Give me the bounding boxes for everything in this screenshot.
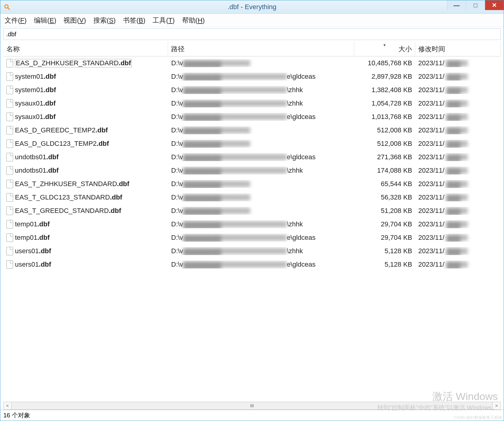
cell-name: EAS_T_GREEDC_STANDARD.dbf <box>3 207 168 215</box>
status-text: 16 个对象 <box>3 411 30 419</box>
cell-size: 56,328 KB <box>354 193 415 201</box>
cell-size: 29,704 KB <box>354 234 415 242</box>
cell-path: D:\v████████e\gldceas <box>168 261 354 268</box>
file-icon <box>6 113 13 121</box>
cell-date: 2023/11/███ <box>415 207 501 215</box>
file-icon <box>6 99 13 108</box>
column-header-date[interactable]: 修改时间 <box>415 42 501 56</box>
file-icon <box>6 220 13 228</box>
table-row[interactable]: undotbs01.dbfD:\v████████\zhhk174,088 KB… <box>3 164 501 177</box>
column-header-name[interactable]: 名称 <box>3 42 168 56</box>
cell-date: 2023/11/███ <box>415 140 501 148</box>
cell-size: 5,128 KB <box>354 261 415 268</box>
cell-date: 2023/11/███ <box>415 247 501 255</box>
file-icon <box>6 207 13 215</box>
cell-name: EAS_D_GLDC123_TEMP2.dbf <box>3 139 168 148</box>
file-icon <box>6 153 13 161</box>
column-header-path[interactable]: 路径 <box>168 42 354 56</box>
titlebar: .dbf - Everything — □ ✕ <box>0 0 504 14</box>
minimize-button[interactable]: — <box>447 0 466 10</box>
cell-date: 2023/11/███ <box>415 99 501 107</box>
table-row[interactable]: EAS_T_GLDC123_STANDARD.dbfD:\v████████56… <box>3 191 501 204</box>
cell-date: 2023/11/███ <box>415 153 501 161</box>
cell-size: 51,208 KB <box>354 207 415 215</box>
cell-size: 10,485,768 KB <box>354 59 415 67</box>
cell-path: D:\v████████ <box>168 59 354 67</box>
cell-name: system01.dbf <box>3 86 168 94</box>
table-row[interactable]: EAS_T_ZHHKUSER_STANDARD.dbfD:\v████████6… <box>3 177 501 191</box>
cell-path: D:\v████████\zhhk <box>168 86 354 94</box>
scroll-left-icon[interactable]: < <box>4 402 12 409</box>
table-row[interactable]: temp01.dbfD:\v████████\zhhk29,704 KB2023… <box>3 218 501 231</box>
menu-bookmarks[interactable]: 书签(B) <box>123 16 145 25</box>
scroll-track[interactable] <box>12 402 492 409</box>
cell-date: 2023/11/███ <box>415 193 501 201</box>
file-icon <box>6 166 13 175</box>
menubar: 文件(F) 编辑(E) 视图(V) 搜索(S) 书签(B) 工具(T) 帮助(H… <box>0 14 504 27</box>
file-icon <box>6 86 13 94</box>
menu-file[interactable]: 文件(F) <box>5 16 27 25</box>
menu-edit[interactable]: 编辑(E) <box>34 16 56 25</box>
cell-name: users01.dbf <box>3 247 168 255</box>
file-list: EAS_D_ZHHKUSER_STANDARD.dbfD:\v████████1… <box>3 56 501 402</box>
sort-descending-icon: ▼ <box>383 43 387 47</box>
file-icon <box>6 139 13 148</box>
cell-path: D:\v████████\zhhk <box>168 167 354 175</box>
csdn-watermark: CSDN @91数据恢复工程师 <box>454 415 502 420</box>
table-row[interactable]: temp01.dbfD:\v████████e\gldceas29,704 KB… <box>3 231 501 244</box>
cell-name: EAS_T_ZHHKUSER_STANDARD.dbf <box>3 180 168 188</box>
cell-size: 1,054,728 KB <box>354 99 415 107</box>
cell-path: D:\v████████ <box>168 193 354 201</box>
menu-tools[interactable]: 工具(T) <box>153 16 175 25</box>
table-row[interactable]: sysaux01.dbfD:\v████████\zhhk1,054,728 K… <box>3 97 501 110</box>
cell-date: 2023/11/███ <box>415 86 501 94</box>
table-row[interactable]: system01.dbfD:\v████████\zhhk1,382,408 K… <box>3 83 501 97</box>
app-icon <box>3 3 11 11</box>
menu-view[interactable]: 视图(V) <box>63 16 86 25</box>
file-icon <box>6 247 13 255</box>
cell-path: D:\v████████e\gldceas <box>168 113 354 121</box>
window-title: .dbf - Everything <box>228 3 276 11</box>
table-row[interactable]: sysaux01.dbfD:\v████████e\gldceas1,013,7… <box>3 110 501 124</box>
scroll-thumb[interactable] <box>247 404 257 408</box>
table-row[interactable]: EAS_T_GREEDC_STANDARD.dbfD:\v████████51,… <box>3 204 501 218</box>
horizontal-scrollbar[interactable]: < > <box>3 402 501 410</box>
maximize-button[interactable]: □ <box>466 0 485 10</box>
cell-name: temp01.dbf <box>3 233 168 242</box>
cell-path: D:\v████████ <box>168 180 354 188</box>
cell-size: 65,544 KB <box>354 180 415 188</box>
table-row[interactable]: users01.dbfD:\v████████e\gldceas5,128 KB… <box>3 258 501 271</box>
table-row[interactable]: system01.dbfD:\v████████e\gldceas2,897,9… <box>3 70 501 83</box>
cell-date: 2023/11/███ <box>415 73 501 81</box>
file-icon <box>6 126 13 135</box>
table-row[interactable]: undotbs01.dbfD:\v████████e\gldceas271,36… <box>3 150 501 164</box>
cell-date: 2023/11/███ <box>415 113 501 121</box>
close-button[interactable]: ✕ <box>485 0 504 10</box>
cell-size: 271,368 KB <box>354 153 415 161</box>
file-icon <box>6 59 13 67</box>
column-header-size[interactable]: ▼ 大小 <box>354 42 415 56</box>
cell-path: D:\v████████\zhhk <box>168 247 354 255</box>
file-icon <box>6 193 13 202</box>
cell-name: temp01.dbf <box>3 220 168 228</box>
table-row[interactable]: EAS_D_ZHHKUSER_STANDARD.dbfD:\v████████1… <box>3 56 501 70</box>
cell-size: 2,897,928 KB <box>354 73 415 81</box>
search-input[interactable] <box>3 28 501 40</box>
scroll-right-icon[interactable]: > <box>492 402 500 409</box>
table-row[interactable]: EAS_D_GREEDC_TEMP2.dbfD:\v████████512,00… <box>3 124 501 137</box>
menu-search[interactable]: 搜索(S) <box>93 16 116 25</box>
menu-help[interactable]: 帮助(H) <box>182 16 205 25</box>
cell-name: EAS_D_GREEDC_TEMP2.dbf <box>3 126 168 135</box>
cell-size: 512,008 KB <box>354 140 415 148</box>
table-row[interactable]: users01.dbfD:\v████████\zhhk5,128 KB2023… <box>3 244 501 258</box>
cell-date: 2023/11/███ <box>415 234 501 242</box>
cell-size: 512,008 KB <box>354 126 415 134</box>
cell-name: system01.dbf <box>3 72 168 81</box>
svg-line-1 <box>8 8 10 9</box>
cell-date: 2023/11/███ <box>415 167 501 175</box>
statusbar: 16 个对象 <box>0 410 504 421</box>
cell-date: 2023/11/███ <box>415 261 501 268</box>
table-row[interactable]: EAS_D_GLDC123_TEMP2.dbfD:\v████████512,0… <box>3 137 501 150</box>
cell-size: 1,382,408 KB <box>354 86 415 94</box>
cell-date: 2023/11/███ <box>415 220 501 228</box>
